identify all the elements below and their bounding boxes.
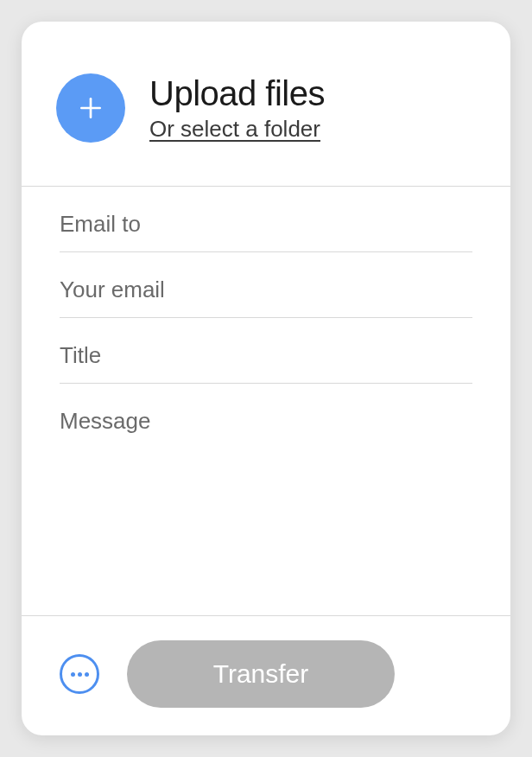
upload-text-group: Upload files Or select a folder bbox=[149, 74, 325, 143]
your-email-input[interactable] bbox=[60, 277, 472, 303]
form-section bbox=[22, 187, 510, 615]
ellipsis-icon bbox=[71, 672, 89, 677]
message-field bbox=[60, 384, 472, 615]
email-to-field bbox=[60, 187, 472, 252]
message-input[interactable] bbox=[60, 408, 472, 494]
transfer-button[interactable]: Transfer bbox=[127, 640, 395, 708]
email-to-input[interactable] bbox=[60, 211, 472, 238]
select-folder-link[interactable]: Or select a folder bbox=[149, 116, 325, 143]
transfer-card: Upload files Or select a folder Transfer bbox=[22, 22, 510, 735]
more-options-button[interactable] bbox=[60, 654, 99, 694]
footer: Transfer bbox=[22, 615, 510, 735]
add-files-button[interactable] bbox=[56, 73, 125, 143]
upload-title: Upload files bbox=[149, 74, 325, 112]
upload-section: Upload files Or select a folder bbox=[22, 22, 510, 186]
title-field bbox=[60, 318, 472, 384]
title-input[interactable] bbox=[60, 342, 472, 369]
your-email-field bbox=[60, 252, 472, 318]
plus-icon bbox=[77, 94, 104, 122]
